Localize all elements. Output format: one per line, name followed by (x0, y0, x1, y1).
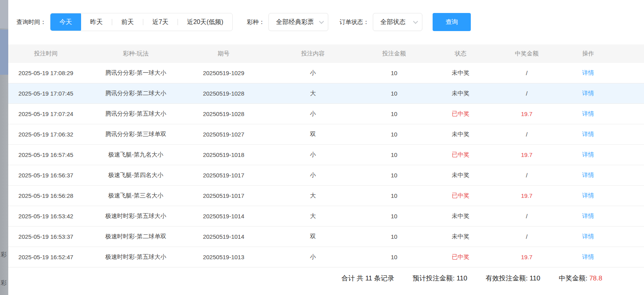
amount-cell: 10 (367, 172, 421, 179)
operation-cell: 详情 (553, 110, 623, 118)
content-cell: 小 (259, 69, 367, 77)
operation-cell: 详情 (553, 69, 623, 77)
time-tab-last7days[interactable]: 近7天 (143, 13, 178, 31)
content-cell: 双 (259, 131, 367, 138)
amount-cell: 10 (367, 254, 421, 260)
detail-link[interactable]: 详情 (582, 171, 594, 178)
amount-cell: 10 (367, 192, 421, 199)
content-cell: 大 (259, 192, 367, 199)
play-cell: 极速时时彩-第五球大小 (83, 253, 188, 261)
bet-time-cell: 2025-05-19 17:08:29 (8, 70, 83, 76)
content-cell: 小 (259, 110, 367, 118)
status-cell: 未中奖 (421, 233, 500, 240)
time-tab-today[interactable]: 今天 (50, 13, 81, 31)
amount-cell: 10 (367, 151, 421, 158)
content-cell: 小 (259, 151, 367, 159)
lottery-type-select[interactable]: 全部经典彩票 (268, 13, 328, 31)
sidebar-top-block (0, 0, 8, 28)
lottery-type-label: 彩种： (247, 18, 265, 26)
order-status-select[interactable]: 全部状态 (373, 13, 422, 31)
amount-cell: 10 (367, 233, 421, 240)
amount-cell: 10 (367, 90, 421, 97)
play-cell: 极速飞艇-第九名大小 (83, 151, 188, 159)
win-amount-cell: / (500, 213, 553, 219)
play-cell: 腾讯分分彩-第五球大小 (83, 110, 188, 118)
sidebar-clipped-label: 彩 (1, 251, 8, 258)
table-header-row: 投注时间 彩种-玩法 期号 投注内容 投注金额 状态 中奖金额 操作 (8, 44, 644, 63)
detail-link[interactable]: 详情 (582, 233, 594, 240)
query-button[interactable]: 查询 (433, 13, 471, 31)
table-row: 2025-05-19 16:53:37极速时时彩-第二球单双20250519-1… (8, 227, 644, 247)
detail-link[interactable]: 详情 (582, 192, 594, 199)
play-cell: 极速时时彩-第五球大小 (83, 212, 188, 220)
bet-time-cell: 2025-05-19 17:07:45 (8, 90, 83, 97)
issue-cell: 20250519-1029 (188, 70, 259, 76)
time-filter-label: 查询时间： (17, 18, 46, 26)
bet-time-cell: 2025-05-19 16:56:28 (8, 192, 83, 199)
detail-link[interactable]: 详情 (582, 151, 594, 158)
issue-cell: 20250519-1013 (188, 254, 259, 260)
bet-time-cell: 2025-05-19 16:57:45 (8, 151, 83, 158)
table-row: 2025-05-19 16:57:45极速飞艇-第九名大小20250519-10… (8, 145, 644, 165)
operation-cell: 详情 (553, 212, 623, 220)
summary-win-value: 78.8 (589, 275, 602, 282)
detail-link[interactable]: 详情 (582, 131, 594, 137)
col-header-issue: 期号 (188, 50, 259, 57)
table-row: 2025-05-19 16:56:37极速飞艇-第四名大小20250519-10… (8, 165, 644, 186)
table-row: 2025-05-19 16:53:42极速时时彩-第五球大小20250519-1… (8, 206, 644, 227)
win-amount-cell: / (500, 90, 553, 97)
status-cell: 未中奖 (421, 90, 500, 97)
issue-cell: 20250519-1028 (188, 90, 259, 97)
detail-link[interactable]: 详情 (582, 90, 594, 96)
content-cell: 小 (259, 171, 367, 179)
win-amount-cell: 19.7 (500, 192, 553, 199)
operation-cell: 详情 (553, 233, 623, 240)
summary-win: 中奖金额: 78.8 (559, 274, 602, 283)
operation-cell: 详情 (553, 151, 623, 159)
col-header-bet-time: 投注时间 (8, 50, 83, 57)
amount-cell: 10 (367, 111, 421, 117)
issue-cell: 20250519-1027 (188, 131, 259, 138)
detail-link[interactable]: 详情 (582, 110, 594, 117)
play-cell: 腾讯分分彩-第三球单双 (83, 131, 188, 138)
operation-cell: 详情 (553, 253, 623, 261)
amount-cell: 10 (367, 131, 421, 138)
content-cell: 大 (259, 90, 367, 97)
sidebar-edge: 彩 彩 (0, 0, 8, 295)
time-filter-group: 今天 昨天 前天 近7天 近20天(低频) (50, 13, 233, 31)
col-header-win-amount: 中奖金额 (500, 50, 553, 57)
status-cell: 已中奖 (421, 110, 500, 118)
table-row: 2025-05-19 16:52:47极速时时彩-第五球大小20250519-1… (8, 247, 644, 267)
play-cell: 极速时时彩-第二球单双 (83, 233, 188, 240)
summary-expected-value: 110 (457, 275, 467, 282)
win-amount-cell: / (500, 172, 553, 179)
detail-link[interactable]: 详情 (582, 212, 594, 219)
chevron-down-icon (319, 19, 324, 24)
order-status-value: 全部状态 (380, 18, 405, 26)
operation-cell: 详情 (553, 131, 623, 138)
operation-cell: 详情 (553, 192, 623, 199)
summary-valid-value: 110 (529, 275, 540, 282)
play-cell: 腾讯分分彩-第一球大小 (83, 69, 188, 77)
play-cell: 极速飞艇-第三名大小 (83, 192, 188, 199)
sidebar-clipped-label: 彩 (1, 279, 8, 287)
operation-cell: 详情 (553, 171, 623, 179)
content-cell: 双 (259, 233, 367, 240)
table-row: 2025-05-19 16:56:28极速飞艇-第三名大小20250519-10… (8, 186, 644, 206)
detail-link[interactable]: 详情 (582, 69, 594, 76)
time-tab-yesterday[interactable]: 昨天 (81, 13, 112, 31)
bet-time-cell: 2025-05-19 17:06:32 (8, 131, 83, 138)
time-tab-last20days[interactable]: 近20天(低频) (178, 13, 232, 31)
win-amount-cell: / (500, 131, 553, 138)
bet-time-cell: 2025-05-19 16:52:47 (8, 254, 83, 260)
status-cell: 未中奖 (421, 171, 500, 179)
detail-link[interactable]: 详情 (582, 253, 594, 260)
bet-time-cell: 2025-05-19 16:53:37 (8, 233, 83, 240)
filter-bar: 查询时间： 今天 昨天 前天 近7天 近20天(低频) 彩种： 全部经典彩票 订… (8, 0, 644, 31)
issue-cell: 20250519-1017 (188, 172, 259, 179)
time-tab-day-before[interactable]: 前天 (112, 13, 143, 31)
table-row: 2025-05-19 17:06:32腾讯分分彩-第三球单双20250519-1… (8, 124, 644, 145)
col-header-amount: 投注金额 (367, 50, 421, 57)
status-cell: 已中奖 (421, 151, 500, 159)
col-header-status: 状态 (421, 50, 500, 57)
